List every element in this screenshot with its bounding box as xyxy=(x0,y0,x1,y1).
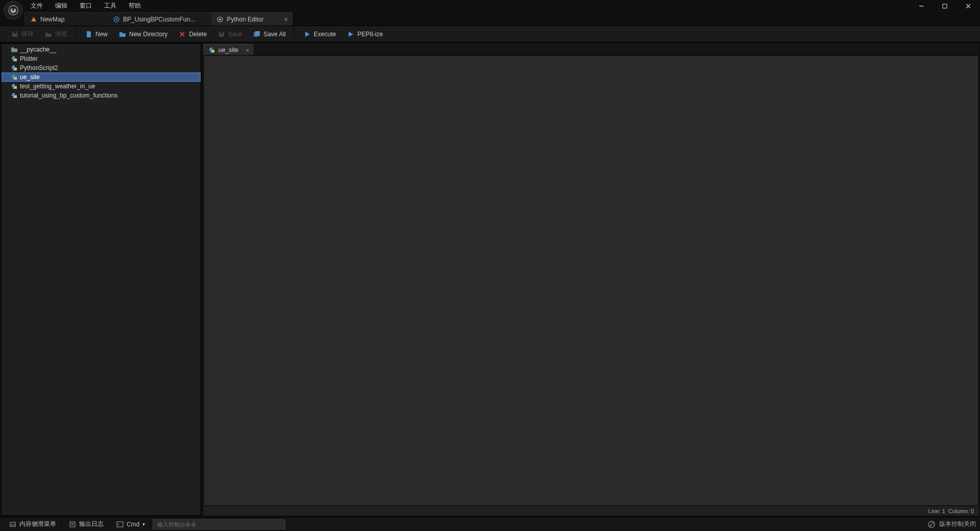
document-tabs: NewMap BP_UsingBPCustomFun... Python Edi… xyxy=(0,12,980,26)
status-column: Column: 0 xyxy=(948,508,974,514)
svg-point-0 xyxy=(9,6,18,15)
tree-item-folder[interactable]: __pycache__ xyxy=(2,45,201,54)
delete-icon xyxy=(179,31,186,38)
close-icon[interactable]: × xyxy=(246,46,250,54)
tree-item-py[interactable]: PythonScript2 xyxy=(2,63,201,73)
tree-item-label: PythonScript2 xyxy=(20,64,58,71)
tree-item-py[interactable]: tutorial_using_bp_custom_functions xyxy=(2,91,201,100)
svg-marker-19 xyxy=(349,32,353,37)
save-all-button[interactable]: Save All xyxy=(248,28,290,40)
python-editor-icon xyxy=(216,16,224,23)
execute-button[interactable]: Execute xyxy=(299,28,341,40)
python-icon xyxy=(11,64,18,71)
folder-plus-icon xyxy=(119,31,126,38)
close-button[interactable] xyxy=(957,0,980,12)
new-button[interactable]: New xyxy=(80,28,113,40)
code-editor[interactable] xyxy=(203,56,979,505)
blueprint-icon xyxy=(113,16,120,23)
save-button: 保存 xyxy=(6,28,39,40)
close-icon[interactable]: × xyxy=(284,15,288,23)
menu-help[interactable]: 帮助 xyxy=(122,0,147,12)
menu-edit[interactable]: 编辑 xyxy=(49,0,74,12)
file-browser: __pycache__ Plotter PythonScript2 ue_sit… xyxy=(1,43,201,516)
svg-rect-17 xyxy=(255,31,260,36)
svg-rect-22 xyxy=(14,77,17,80)
svg-line-33 xyxy=(929,522,934,526)
file-icon xyxy=(85,31,92,38)
console-input[interactable] xyxy=(153,519,285,529)
tab-label: Python Editor xyxy=(227,16,263,23)
tree-item-label: tutorial_using_bp_custom_functions xyxy=(20,92,117,99)
folder-icon xyxy=(45,31,52,38)
svg-rect-23 xyxy=(14,86,17,89)
editor-tab-label: ue_site xyxy=(218,46,238,54)
tree-item-label: __pycache__ xyxy=(20,46,56,53)
python-icon xyxy=(11,92,18,99)
play-icon xyxy=(304,31,311,38)
svg-rect-24 xyxy=(14,95,17,98)
file-tree[interactable]: __pycache__ Plotter PythonScript2 ue_sit… xyxy=(2,44,201,515)
svg-rect-2 xyxy=(943,4,947,8)
save-all-icon xyxy=(253,31,260,38)
python-icon xyxy=(11,83,18,90)
tree-item-label: Plotter xyxy=(20,55,38,62)
menu-bar: 文件 编辑 窗口 工具 帮助 xyxy=(0,0,980,12)
tree-item-label: ue_site xyxy=(20,74,40,81)
level-icon xyxy=(30,16,37,23)
pep8-button[interactable]: PEP8-ize xyxy=(342,28,388,40)
toolbar: 保存 浏览 New New Directory Delete Save xyxy=(0,26,980,42)
play-icon xyxy=(347,31,354,38)
window-controls xyxy=(910,0,980,12)
log-icon xyxy=(69,521,76,528)
output-log-button[interactable]: 输出日志 xyxy=(64,519,109,530)
tree-item-py[interactable]: test_getting_weather_in_ue xyxy=(2,82,201,91)
folder-icon xyxy=(11,46,18,53)
python-icon xyxy=(208,46,215,54)
menu-tools[interactable]: 工具 xyxy=(98,0,122,12)
svg-rect-26 xyxy=(10,522,15,526)
save-en-button: Save xyxy=(213,28,247,40)
svg-point-7 xyxy=(115,18,117,20)
source-control-icon xyxy=(928,521,935,528)
tab-label: BP_UsingBPCustomFun... xyxy=(123,16,195,23)
delete-button[interactable]: Delete xyxy=(174,28,212,40)
tree-item-py-selected[interactable]: ue_site xyxy=(2,73,201,82)
source-control-label[interactable]: 版本控制关闭 xyxy=(939,520,976,528)
tree-item-label: test_getting_weather_in_ue xyxy=(20,83,95,90)
content-drawer-button[interactable]: 内容侧滑菜单 xyxy=(4,519,62,530)
status-line: Line: 1 xyxy=(928,508,945,514)
cmd-dropdown[interactable]: Cmd ▾ xyxy=(111,519,151,530)
unreal-logo-icon[interactable] xyxy=(4,1,22,19)
minimize-button[interactable] xyxy=(910,0,933,12)
editor-status-bar: Line: 1 Column: 0 xyxy=(203,505,979,516)
svg-rect-11 xyxy=(13,32,16,34)
main-area: __pycache__ Plotter PythonScript2 ue_sit… xyxy=(0,42,980,517)
tree-item-py[interactable]: Plotter xyxy=(2,54,201,63)
svg-rect-21 xyxy=(14,68,17,70)
editor-tab-ue-site[interactable]: ue_site × xyxy=(203,44,254,55)
menu-file[interactable]: 文件 xyxy=(24,0,49,12)
tab-newmap[interactable]: NewMap xyxy=(24,12,106,26)
svg-rect-31 xyxy=(117,522,123,527)
maximize-button[interactable] xyxy=(933,0,957,12)
new-directory-button[interactable]: New Directory xyxy=(114,28,173,40)
menu-window[interactable]: 窗口 xyxy=(74,0,98,12)
svg-rect-28 xyxy=(70,522,75,527)
editor-pane: ue_site × Line: 1 Column: 0 xyxy=(203,43,979,516)
svg-rect-15 xyxy=(220,32,223,34)
drawer-icon xyxy=(9,521,16,528)
tab-label: NewMap xyxy=(40,16,64,23)
save-icon xyxy=(11,31,18,38)
svg-rect-25 xyxy=(212,50,214,53)
terminal-icon xyxy=(116,521,124,528)
bottom-right: 版本控制关闭 xyxy=(928,520,976,528)
svg-marker-18 xyxy=(305,32,310,37)
tab-blueprint[interactable]: BP_UsingBPCustomFun... xyxy=(107,12,210,26)
status-bar: 内容侧滑菜单 输出日志 Cmd ▾ 版本控制关闭 xyxy=(0,517,980,531)
tab-python-editor[interactable]: Python Editor × xyxy=(211,12,292,26)
svg-point-9 xyxy=(219,18,221,20)
save-icon xyxy=(218,31,225,38)
python-icon xyxy=(11,55,18,62)
svg-marker-5 xyxy=(31,17,36,21)
editor-tabs: ue_site × xyxy=(203,43,979,56)
